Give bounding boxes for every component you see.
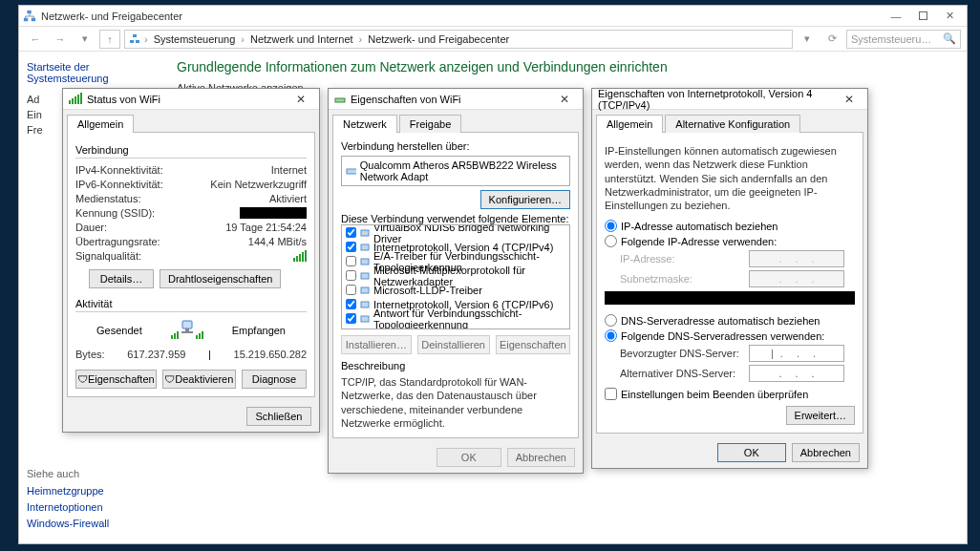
see-also-link[interactable]: Windows-Firewall [27,518,109,529]
disable-button[interactable]: 🛡 Deaktivieren [162,370,236,389]
network-icon [129,33,140,45]
see-also-link[interactable]: Heimnetzgruppe [27,485,109,497]
advanced-button[interactable]: Erweitert… [786,406,855,425]
tab-sharing[interactable]: Freigabe [399,115,461,133]
dialog-titlebar[interactable]: Status von WiFi ✕ [63,89,319,110]
properties-button[interactable]: 🛡 Eigenschaften [75,370,157,389]
uninstall-button[interactable]: Deinstallieren [417,335,490,354]
dialog-titlebar[interactable]: Eigenschaften von Internetprotokoll, Ver… [592,89,867,110]
tab-alternative[interactable]: Alternative Konfiguration [665,115,800,133]
ok-button[interactable]: OK [717,443,786,462]
radio-ip-manual[interactable] [605,235,617,247]
close-dialog-button[interactable]: Schließen [246,407,311,426]
dialog-titlebar[interactable]: Eigenschaften von WiFi ✕ [329,89,583,110]
received-label: Empfangen [232,325,286,336]
protocol-checkbox[interactable] [346,270,356,281]
rate-label: Übertragungsrate: [75,236,160,247]
protocol-icon [359,270,371,282]
gateway-redacted [605,291,855,305]
wifi-status-dialog: Status von WiFi ✕ Allgemein Verbindung I… [62,88,320,433]
description-header: Beschreibung [341,360,570,371]
close-button[interactable]: ✕ [837,91,862,108]
radio-dns-manual[interactable] [605,329,617,342]
alternate-dns-input[interactable]: ... [749,365,844,382]
group-connection: Verbindung [75,144,307,156]
close-button[interactable]: ✕ [936,8,963,25]
adapter-icon [346,165,356,177]
search-icon: 🔍 [943,32,956,45]
cancel-button[interactable]: Abbrechen [507,448,575,467]
page-heading: Grundlegende Informationen zum Netzwerk … [177,59,957,74]
wifi-properties-dialog: Eigenschaften von WiFi ✕ Netzwerk Freiga… [328,88,584,474]
forward-button[interactable]: → [50,30,71,49]
protocol-checkbox[interactable] [346,242,356,252]
see-also-link[interactable]: Internetoptionen [27,501,109,513]
refresh-button[interactable]: ⟳ [821,30,842,49]
close-button[interactable]: ✕ [552,91,577,108]
breadcrumb[interactable]: › Systemsteuerung› Netzwerk und Internet… [124,30,793,49]
breadcrumb-item[interactable]: Netzwerk und Internet [250,33,353,45]
item-properties-button[interactable]: Eigenschaften [496,335,570,354]
svg-rect-17 [361,230,369,236]
duration-label: Dauer: [75,222,107,233]
protocol-label: Microsoft-LLDP-Treiber [373,285,482,296]
cancel-button[interactable]: Abbrechen [792,443,860,462]
history-dropdown[interactable]: ▾ [75,30,96,49]
svg-rect-11 [177,331,179,339]
validate-checkbox[interactable] [605,388,617,400]
chevron-down-icon[interactable]: ▾ [797,30,818,49]
configure-button[interactable]: Konfigurieren… [480,190,570,209]
activity-icon [171,318,203,343]
svg-rect-23 [361,316,369,322]
protocol-checkbox[interactable] [346,313,356,324]
tab-general[interactable]: Allgemein [67,115,134,133]
ip-address-label: IP-Adresse: [620,253,749,265]
close-button[interactable]: ✕ [288,91,313,108]
search-input[interactable]: Systemsteueru… 🔍 [846,30,961,49]
protocol-checkbox[interactable] [346,227,356,238]
search-placeholder: Systemsteueru… [851,33,931,45]
window-title: Netzwerk- und Freigabecenter [41,11,883,22]
ipv6-label: IPv6-Konnektivität: [75,179,163,190]
breadcrumb-item[interactable]: Systemsteuerung [154,33,236,45]
details-button[interactable]: Details… [89,269,154,288]
svg-rect-6 [182,321,192,328]
wireless-properties-button[interactable]: Drahtloseigenschaften [160,269,281,288]
svg-rect-13 [199,333,201,339]
install-button[interactable]: Installieren… [341,335,412,354]
preferred-dns-input[interactable]: |... [749,345,844,362]
signal-label: Signalqualität: [75,250,141,264]
bytes-received: 15.219.650.282 [234,349,307,360]
see-also: Siehe auch Heimnetzgruppe Internetoption… [27,468,109,534]
radio-ip-auto[interactable] [605,220,617,232]
protocol-checkbox[interactable] [346,299,356,309]
svg-rect-0 [24,17,28,21]
protocol-checkbox[interactable] [346,285,356,295]
dialog-title: Eigenschaften von WiFi [351,94,552,105]
protocol-checkbox[interactable] [346,256,356,266]
radio-dns-auto[interactable] [605,314,617,327]
protocol-list[interactable]: VirtualBox NDIS6 Bridged Networking Driv… [341,224,570,329]
adapter-icon [334,94,346,105]
protocol-item[interactable]: Antwort für Verbindungsschicht-Topologie… [342,311,569,326]
subnet-mask-input: ... [749,270,844,287]
ok-button[interactable]: OK [437,448,501,467]
sent-label: Gesendet [96,325,142,336]
sidebar-header[interactable]: Startseite der Systemsteuerung [27,61,160,84]
back-button[interactable]: ← [25,30,46,49]
up-button[interactable]: ↑ [99,30,120,49]
protocol-item[interactable]: VirtualBox NDIS6 Bridged Networking Driv… [342,225,569,240]
ip-address-input: ... [749,250,844,267]
protocol-item[interactable]: Microsoft-Multiplexorprotokoll für Netzw… [342,268,569,283]
radio-dns-manual-label: Folgende DNS-Serveradressen verwenden: [621,330,824,342]
svg-rect-22 [361,302,369,307]
breadcrumb-item[interactable]: Netzwerk- und Freigabecenter [368,33,509,45]
tab-general[interactable]: Allgemein [596,115,663,133]
minimize-button[interactable]: — [883,8,909,25]
tab-network[interactable]: Netzwerk [332,115,397,133]
protocol-label: Antwort für Verbindungsschicht-Topologie… [373,307,565,330]
svg-rect-19 [361,259,369,265]
intro-text: IP-Einstellungen können automatisch zuge… [605,144,855,212]
diagnose-button[interactable]: Diagnose [242,370,307,389]
maximize-button[interactable] [909,8,936,25]
